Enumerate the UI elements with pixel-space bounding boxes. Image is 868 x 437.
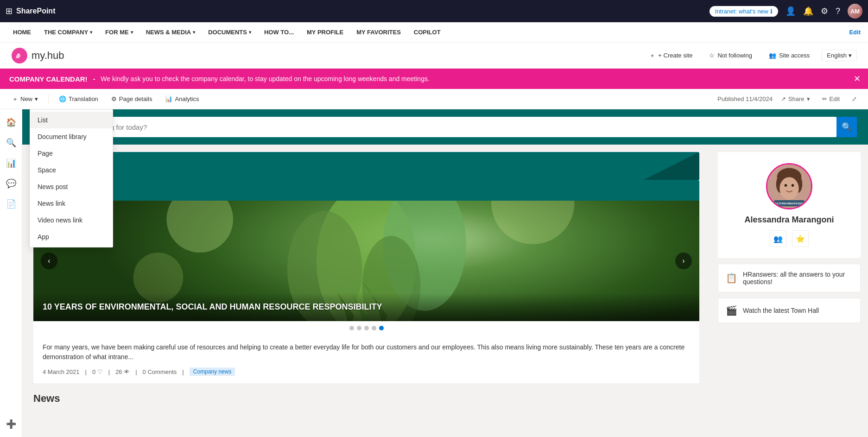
notification-icon[interactable]: 🔔: [803, 6, 813, 16]
edit-link[interactable]: Edit: [849, 29, 861, 36]
content-area: List Document library Page Space News po…: [22, 109, 868, 437]
plus-icon: ＋: [12, 95, 18, 103]
sidebar-item-search[interactable]: 🔍: [2, 133, 20, 152]
sidebar-item-documents[interactable]: 📄: [2, 195, 20, 213]
settings-icon[interactable]: ⚙: [821, 6, 828, 16]
meta-separator: |: [108, 368, 110, 375]
new-dropdown-menu: List Document library Page Space News po…: [30, 109, 113, 247]
dropdown-item-news-link[interactable]: News link: [30, 195, 113, 212]
star-icon: ⭐: [796, 234, 805, 243]
nav-my-favorites[interactable]: MY FAVORITES: [351, 22, 406, 43]
person-favorite-button[interactable]: ⭐: [792, 230, 809, 247]
expand-button[interactable]: ⤢: [848, 94, 861, 104]
intranet-badge[interactable]: Intranet: what's new ℹ: [710, 6, 778, 17]
nav-my-profile[interactable]: MY PROFILE: [301, 22, 349, 43]
dropdown-item-space[interactable]: Space: [30, 162, 113, 178]
carousel-caption: 10 YEARS OF ENVIRONMENTAL, SOCIAL AND HU…: [43, 302, 690, 312]
nav-home[interactable]: HOME: [7, 22, 37, 43]
avatar[interactable]: AM: [848, 4, 862, 19]
meta-separator: |: [85, 368, 87, 375]
nav-copilot[interactable]: COPILOT: [408, 22, 446, 43]
carousel-dot-3[interactable]: [364, 326, 369, 330]
dropdown-item-page[interactable]: Page: [30, 145, 113, 162]
sidebar-item-home[interactable]: 🏠: [2, 113, 20, 132]
site-logo[interactable]: my.hub: [11, 47, 64, 64]
create-site-button[interactable]: ＋ + Create site: [645, 49, 697, 63]
carousel-dot-2[interactable]: [357, 326, 361, 330]
create-site-label: + Create site: [658, 52, 692, 59]
main-layout: 🏠 🔍 📊 💬 📄 ➕ List Document library Page S…: [0, 109, 868, 437]
search-input[interactable]: [33, 117, 836, 137]
nav-documents[interactable]: DOCUMENTS ▾: [203, 22, 257, 43]
dropdown-item-list[interactable]: List: [30, 112, 113, 128]
dropdown-item-video-news-link[interactable]: Video news link: [30, 212, 113, 228]
quick-link-townhall[interactable]: 🎬 Watch the latest Town Hall: [718, 298, 861, 323]
chevron-down-icon: ▾: [90, 30, 92, 35]
nav-the-company[interactable]: THE COMPANY ▾: [38, 22, 98, 43]
edit-button[interactable]: ✏ Edit: [818, 94, 843, 104]
search-icon: 🔍: [842, 122, 852, 132]
site-access-button[interactable]: 👥 Site access: [764, 49, 814, 62]
share-button[interactable]: ↗ Share ▾: [777, 94, 814, 104]
analytics-button[interactable]: 📊 Analytics: [160, 93, 203, 105]
sidebar-item-chat[interactable]: 💬: [2, 174, 20, 193]
help-icon[interactable]: ?: [836, 6, 840, 16]
carousel-next-button[interactable]: ›: [675, 253, 692, 269]
published-text: Published 11/4/2024: [717, 95, 773, 102]
dropdown-item-document-library[interactable]: Document library: [30, 128, 113, 145]
badge-text: Intranet: what's new: [715, 8, 768, 15]
carousel-dot-5[interactable]: [379, 326, 384, 330]
dropdown-item-news-post[interactable]: News post: [30, 178, 113, 195]
carousel-dot-4[interactable]: [372, 326, 376, 330]
person-avatar-image: KULTUREAMBASSADOR: [767, 165, 811, 208]
news-section-label: News: [33, 393, 699, 405]
article-body: For many years, we have been making care…: [33, 335, 699, 383]
toolbar-right: Published 11/4/2024 ↗ Share ▾ ✏ Edit ⤢: [717, 94, 861, 104]
top-bar-left: ⊞ SharePoint: [6, 6, 55, 16]
nav-news-media[interactable]: NEWS & MEDIA ▾: [140, 22, 201, 43]
site-header: my.hub ＋ + Create site ☆ Not following 👥…: [0, 43, 868, 69]
not-following-button[interactable]: ☆ Not following: [704, 49, 756, 62]
page-details-button[interactable]: ⚙ Page details: [107, 93, 157, 105]
people-icon[interactable]: 👤: [786, 6, 796, 16]
carousel-dot-1[interactable]: [349, 326, 354, 330]
translation-label: Translation: [69, 95, 98, 102]
new-button[interactable]: ＋ New ▾: [7, 92, 43, 106]
carousel-dots: [33, 321, 699, 335]
carousel-prev-button[interactable]: ‹: [41, 253, 57, 269]
person-connect-button[interactable]: 👥: [770, 230, 786, 247]
toolbar-separator: [48, 94, 49, 105]
dropdown-item-app[interactable]: App: [30, 228, 113, 245]
banner-title: COMPANY CALENDAR!: [9, 75, 88, 83]
analytics-label: Analytics: [175, 95, 199, 102]
article-text: For many years, we have been making care…: [43, 342, 690, 362]
language-button[interactable]: English ▾: [822, 50, 857, 61]
search-button[interactable]: 🔍: [836, 117, 857, 137]
nav-how-to[interactable]: HOW TO...: [259, 22, 299, 43]
sidebar-item-add[interactable]: ➕: [2, 415, 20, 433]
right-sidebar: KULTUREAMBASSADOR Alessandra Marangoni 👥…: [710, 145, 868, 437]
site-logo-text: my.hub: [32, 50, 64, 62]
not-following-label: Not following: [717, 52, 752, 59]
quick-link-hr[interactable]: 📋 HRanswers: all the answers to your que…: [718, 264, 861, 292]
sidebar-item-analytics[interactable]: 📊: [2, 154, 20, 172]
article-likes[interactable]: 0 ♡: [92, 368, 103, 375]
close-icon[interactable]: ✕: [854, 74, 861, 84]
article-tag[interactable]: Company news: [190, 367, 235, 376]
translation-button[interactable]: 🌐 Translation: [54, 93, 103, 105]
new-label: New: [20, 95, 32, 102]
star-icon: ☆: [709, 52, 715, 59]
svg-point-14: [785, 184, 787, 187]
chevron-down-icon: ▾: [849, 52, 852, 59]
search-bar-section: 🔍: [22, 109, 868, 145]
waffle-icon[interactable]: ⊞: [6, 6, 13, 16]
banner-text: We kindly ask you to check the company c…: [101, 75, 430, 82]
svg-point-15: [792, 184, 794, 187]
nav-for-me[interactable]: FOR ME ▾: [100, 22, 139, 43]
document-icon: 📋: [726, 272, 737, 284]
article-comments[interactable]: 0 Comments: [143, 368, 177, 375]
announcement-banner: COMPANY CALENDAR! - We kindly ask you to…: [0, 69, 868, 89]
info-icon: ℹ: [770, 8, 773, 15]
top-bar: ⊞ SharePoint Intranet: what's new ℹ 👤 🔔 …: [0, 0, 868, 22]
article-meta: 4 March 2021 | 0 ♡ | 26 👁 | 0 Comments |…: [43, 367, 690, 376]
